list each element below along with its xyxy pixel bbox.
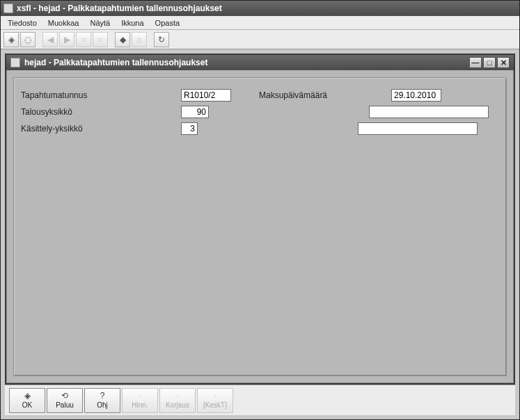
korjaus-label: Korjaus bbox=[166, 401, 189, 409]
toolbar-btn-2[interactable]: ◌ bbox=[20, 32, 36, 47]
input-maksupaiva[interactable] bbox=[391, 89, 441, 102]
input-extra2[interactable] bbox=[358, 122, 478, 135]
ok-icon: ◈ bbox=[24, 391, 31, 401]
outer-window-title: xsfl - hejad - Palkkatapahtumien tallenn… bbox=[17, 3, 222, 13]
button-bar: ◈ OK ⟲ Paluu ? Ohj · Hinn. · Korjaus · [… bbox=[5, 385, 515, 415]
label-maksupaiva: Maksupäivämäärä bbox=[259, 90, 391, 100]
ohj-button[interactable]: ? Ohj bbox=[84, 388, 120, 413]
menu-view[interactable]: Näytä bbox=[84, 17, 116, 29]
outer-titlebar: xsfl - hejad - Palkkatapahtumien tallenn… bbox=[1, 1, 519, 16]
toolbar-btn-5[interactable]: ○ bbox=[76, 32, 91, 47]
menu-window[interactable]: Ikkuna bbox=[116, 17, 149, 29]
ohj-icon: ? bbox=[100, 391, 105, 401]
label-tapahtumatunnus: Tapahtumatunnus bbox=[21, 90, 181, 100]
inner-window-icon bbox=[10, 58, 20, 67]
menubar: Tiedosto Muokkaa Näytä Ikkuna Opasta bbox=[1, 16, 519, 30]
toolbar: ◈ ◌ ◀ ▶ ○ ○ ◆ ⌂ ↻ bbox=[1, 30, 519, 49]
korjaus-icon: · bbox=[176, 391, 178, 401]
input-kasittely[interactable] bbox=[181, 122, 198, 135]
toolbar-btn-6[interactable]: ○ bbox=[93, 32, 108, 47]
inner-window: hejad - Palkkatapahtumien tallennusohjau… bbox=[5, 54, 515, 385]
hinn-icon: · bbox=[139, 391, 141, 401]
label-talousyksikko: Talousyksikkö bbox=[21, 107, 181, 117]
toolbar-btn-1[interactable]: ◈ bbox=[3, 32, 19, 47]
outer-window: xsfl - hejad - Palkkatapahtumien tallenn… bbox=[0, 0, 520, 420]
mdi-area: hejad - Palkkatapahtumien tallennusohjau… bbox=[1, 49, 519, 419]
ohj-label: Ohj bbox=[97, 401, 108, 409]
toolbar-btn-7[interactable]: ◆ bbox=[115, 32, 130, 47]
toolbar-forward-icon[interactable]: ▶ bbox=[59, 32, 74, 47]
inner-window-title: hejad - Palkkatapahtumien tallennusohjau… bbox=[24, 58, 207, 67]
paluu-label: Paluu bbox=[56, 401, 74, 409]
toolbar-btn-8[interactable]: ⌂ bbox=[132, 32, 147, 47]
form-panel: Tapahtumatunnus Maksupäivämäärä Talousyk… bbox=[13, 77, 507, 376]
toolbar-refresh-icon[interactable]: ↻ bbox=[154, 32, 169, 47]
menu-edit[interactable]: Muokkaa bbox=[42, 17, 85, 29]
korjaus-button[interactable]: · Korjaus bbox=[159, 388, 196, 413]
ok-label: OK bbox=[22, 401, 32, 409]
close-button[interactable]: ✕ bbox=[497, 57, 510, 68]
ok-button[interactable]: ◈ OK bbox=[9, 388, 45, 413]
menu-help[interactable]: Opasta bbox=[150, 17, 185, 29]
hinn-label: Hinn. bbox=[132, 401, 148, 409]
keskt-icon: · bbox=[214, 391, 216, 401]
paluu-icon: ⟲ bbox=[61, 391, 68, 401]
input-extra1[interactable] bbox=[369, 106, 489, 118]
toolbar-back-icon[interactable]: ◀ bbox=[42, 32, 58, 47]
input-tapahtumatunnus[interactable] bbox=[181, 89, 231, 102]
keskt-label: [KeskT] bbox=[203, 401, 227, 409]
keskt-button[interactable]: · [KeskT] bbox=[197, 388, 233, 413]
input-talousyksikko[interactable] bbox=[181, 106, 209, 118]
menu-file[interactable]: Tiedosto bbox=[2, 17, 42, 29]
app-icon bbox=[3, 3, 13, 13]
hinn-button[interactable]: · Hinn. bbox=[122, 388, 158, 413]
paluu-button[interactable]: ⟲ Paluu bbox=[47, 388, 83, 413]
maximize-button[interactable]: □ bbox=[483, 57, 496, 68]
inner-titlebar: hejad - Palkkatapahtumien tallennusohjau… bbox=[6, 55, 514, 70]
label-kasittely: Käsittely-yksikkö bbox=[21, 124, 181, 134]
minimize-button[interactable]: — bbox=[469, 57, 482, 68]
